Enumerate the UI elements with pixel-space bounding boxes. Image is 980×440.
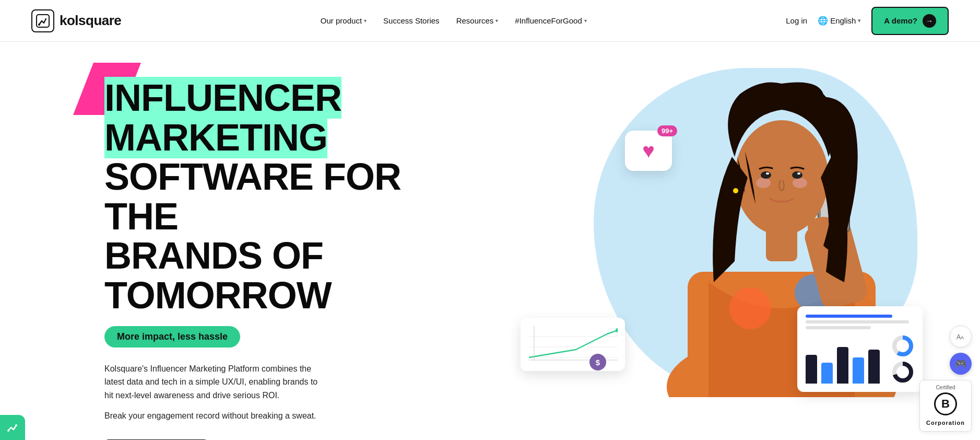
discord-icon: 🎮 [955, 358, 966, 369]
nav-success-stories[interactable]: Success Stories [383, 16, 440, 25]
tagline-badge: More impact, less hassle [104, 326, 240, 348]
svg-point-22 [616, 328, 618, 332]
hero-visual: 99+ ♥ $ [531, 68, 949, 423]
svg-point-1 [38, 24, 40, 26]
svg-point-12 [756, 178, 771, 188]
dollar-badge: $ [589, 354, 606, 370]
login-link[interactable]: Log in [786, 16, 807, 25]
demo-button[interactable]: A demo? → [871, 7, 949, 35]
nav-resources[interactable]: Resources ▾ [456, 16, 499, 25]
header-right: Log in 🌐 English ▾ A demo? → [786, 7, 949, 35]
b-corp-letter: B [934, 392, 957, 415]
language-selector[interactable]: 🌐 English ▾ [818, 16, 861, 26]
chevron-down-icon: ▾ [364, 18, 367, 24]
logo-text: kolsquare [60, 13, 121, 29]
svg-point-13 [793, 178, 807, 188]
b-corp-badge: Certified B Corporation [919, 380, 972, 432]
arrow-icon: → [923, 14, 936, 28]
logo-icon [31, 9, 54, 32]
heart-icon: ♥ [635, 139, 662, 163]
bottom-right-widgets: A A 🎮 Certified B Corporation [911, 317, 980, 440]
hero-sub-description: Break your engagement record without bre… [104, 411, 459, 421]
svg-point-31 [7, 430, 9, 432]
svg-text:A: A [957, 333, 961, 341]
hero-title: INFLUENCER MARKETING SOFTWARE FOR THE BR… [104, 78, 459, 316]
svg-point-32 [15, 424, 17, 426]
svg-point-18 [733, 188, 738, 193]
translate-widget[interactable]: A A [950, 326, 972, 348]
svg-point-15 [792, 171, 802, 179]
chevron-down-icon: ▾ [584, 18, 587, 24]
main-nav: Our product ▾ Success Stories Resources … [321, 16, 587, 25]
line-chart: $ [529, 326, 617, 363]
logo[interactable]: kolsquare [31, 9, 121, 32]
chevron-down-icon: ▾ [495, 18, 498, 24]
header: kolsquare Our product ▾ Success Stories … [0, 0, 980, 42]
nav-our-product[interactable]: Our product ▾ [321, 16, 367, 25]
nav-influence-for-good[interactable]: #InfluenceForGood ▾ [515, 16, 586, 25]
hero-content: INFLUENCER MARKETING SOFTWARE FOR THE BR… [104, 68, 459, 440]
svg-point-16 [766, 172, 769, 175]
hero-title-wrapper: INFLUENCER MARKETING SOFTWARE FOR THE BR… [104, 78, 459, 316]
svg-point-14 [761, 171, 771, 179]
bar-chart-card [797, 306, 923, 392]
chat-widget[interactable]: 🎮 [950, 353, 972, 375]
svg-point-11 [735, 120, 829, 235]
chevron-down-icon: ▾ [858, 17, 861, 24]
bottom-left-badge[interactable] [0, 415, 25, 440]
bar-chart [806, 342, 880, 384]
heart-notification-card: 99+ ♥ [625, 131, 672, 171]
svg-point-4 [729, 287, 771, 329]
line-chart-card: $ [521, 318, 625, 371]
b-corp-certified-label: Certified [926, 385, 965, 390]
bar-chart-header [806, 315, 914, 329]
globe-icon: 🌐 [818, 16, 828, 26]
svg-text:A: A [961, 335, 964, 340]
hero-description: Kolsquare's Influencer Marketing Platfor… [104, 362, 324, 402]
notification-badge: 99+ [657, 125, 677, 136]
b-corp-corporation-label: Corporation [926, 420, 965, 426]
hero-section: INFLUENCER MARKETING SOFTWARE FOR THE BR… [0, 42, 980, 440]
svg-point-17 [797, 172, 800, 175]
